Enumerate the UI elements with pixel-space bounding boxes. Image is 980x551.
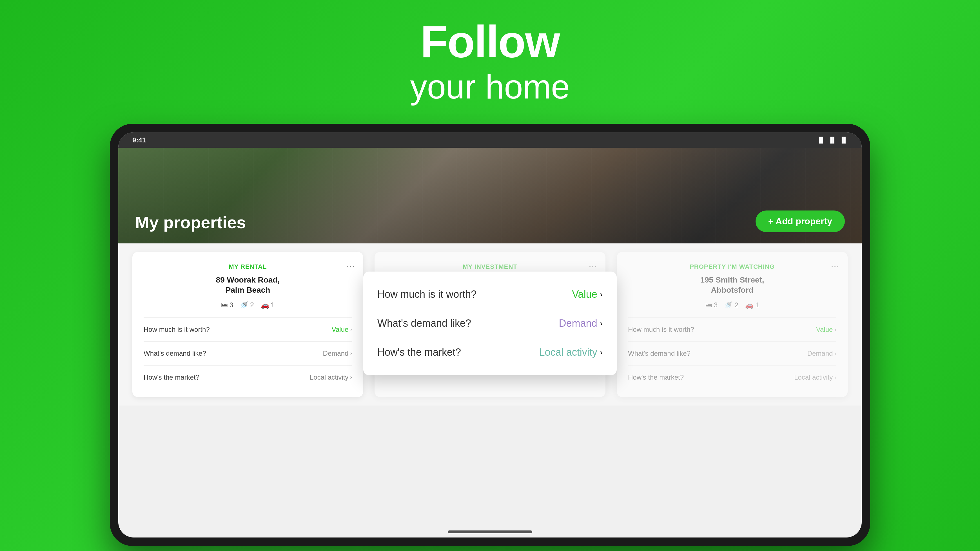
- popup-chevron-demand: ›: [600, 319, 603, 328]
- popup-chevron-value: ›: [600, 290, 603, 299]
- hero-section: Follow your home: [410, 17, 570, 107]
- status-icons: ▐▌ ▐▌ ▐▌: [817, 137, 848, 143]
- card-menu-dots-investment[interactable]: ···: [589, 260, 597, 272]
- chevron-value-rental: ›: [350, 326, 352, 333]
- card-type-investment: MY INVESTMENT: [386, 263, 594, 270]
- beds-watching: 🛏 3: [705, 301, 718, 309]
- property-card-rental: ··· MY RENTAL 89 Woorak Road, Palm Beach…: [132, 252, 363, 397]
- beds-rental: 🛏 3: [221, 301, 233, 309]
- card-features-watching: 🛏 3 🚿 2 🚗 1: [628, 301, 836, 309]
- baths-watching: 🚿 2: [724, 301, 738, 309]
- hero-image: My properties + Add property: [118, 148, 862, 243]
- add-property-button[interactable]: + Add property: [756, 211, 845, 232]
- chevron-market-watching: ›: [834, 374, 836, 381]
- card-features-rental: 🛏 3 🚿 2 🚗 1: [144, 301, 352, 309]
- chevron-demand-watching: ›: [834, 350, 836, 357]
- status-time: 9:41: [132, 136, 146, 144]
- popup-label-value: How much is it worth?: [377, 289, 476, 300]
- popup-value-demand[interactable]: Demand ›: [559, 318, 603, 329]
- popup-row-value[interactable]: How much is it worth? Value ›: [377, 280, 603, 309]
- popup-card: How much is it worth? Value › What's dem…: [363, 272, 617, 375]
- card-address-rental: 89 Woorak Road, Palm Beach: [144, 275, 352, 295]
- card-menu-dots-rental[interactable]: ···: [346, 260, 355, 272]
- card-row-value-rental[interactable]: How much is it worth? Value ›: [144, 321, 352, 338]
- cars-watching: 🚗 1: [745, 301, 759, 309]
- popup-label-demand: What's demand like?: [377, 318, 471, 329]
- status-bar: 9:41 ▐▌ ▐▌ ▐▌: [118, 132, 862, 148]
- popup-chevron-market: ›: [600, 348, 603, 357]
- cars-rental: 🚗 1: [261, 301, 275, 309]
- tablet-screen: 9:41 ▐▌ ▐▌ ▐▌ My properties + Add proper…: [118, 132, 862, 537]
- hero-subheadline: your home: [410, 67, 570, 107]
- signal-icon: ▐▌: [828, 137, 836, 143]
- card-row-market-watching[interactable]: How's the market? Local activity ›: [628, 369, 836, 386]
- card-address-watching: 195 Smith Street, Abbotsford: [628, 275, 836, 295]
- card-row-market-rental[interactable]: How's the market? Local activity ›: [144, 369, 352, 386]
- card-row-value-watching[interactable]: How much is it worth? Value ›: [628, 321, 836, 338]
- home-indicator: [448, 530, 532, 533]
- tablet-device: 9:41 ▐▌ ▐▌ ▐▌ My properties + Add proper…: [110, 124, 870, 546]
- battery-icon: ▐▌: [840, 137, 848, 143]
- baths-rental: 🚿 2: [240, 301, 254, 309]
- screen-title: My properties: [135, 213, 246, 232]
- chevron-demand-rental: ›: [350, 350, 352, 357]
- card-type-watching: PROPERTY I'M WATCHING: [628, 263, 836, 270]
- card-menu-dots-watching[interactable]: ···: [831, 260, 839, 272]
- chevron-market-rental: ›: [350, 374, 352, 381]
- popup-value-market[interactable]: Local activity ›: [539, 346, 603, 358]
- chevron-value-watching: ›: [834, 326, 836, 333]
- popup-row-market[interactable]: How's the market? Local activity ›: [377, 338, 603, 367]
- card-row-demand-watching[interactable]: What's demand like? Demand ›: [628, 345, 836, 362]
- hero-headline: Follow: [410, 17, 570, 67]
- popup-label-market: How's the market?: [377, 346, 461, 358]
- cards-area: ··· MY RENTAL 89 Woorak Road, Palm Beach…: [118, 243, 862, 405]
- card-row-demand-rental[interactable]: What's demand like? Demand ›: [144, 345, 352, 362]
- property-card-watching: ··· PROPERTY I'M WATCHING 195 Smith Stre…: [617, 252, 848, 397]
- popup-row-demand[interactable]: What's demand like? Demand ›: [377, 309, 603, 338]
- popup-value-value[interactable]: Value ›: [572, 289, 603, 300]
- app-content: My properties + Add property ··· MY RENT…: [118, 148, 862, 537]
- wifi-icon: ▐▌: [817, 137, 825, 143]
- card-type-rental: MY RENTAL: [144, 263, 352, 270]
